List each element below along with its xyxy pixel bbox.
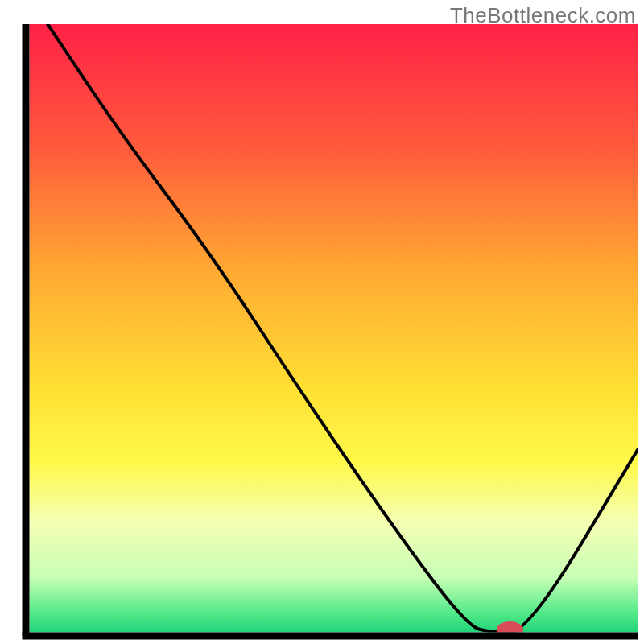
bottleneck-chart [0,0,644,644]
watermark-text: TheBottleneck.com [450,3,636,28]
chart-frame: TheBottleneck.com [0,0,644,644]
gradient-background [30,24,638,633]
